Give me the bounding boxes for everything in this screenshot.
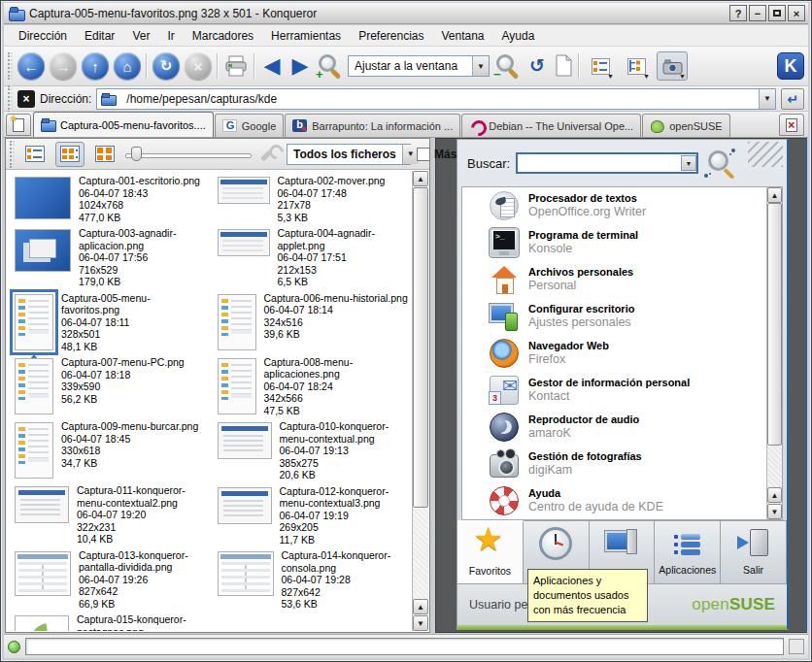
new-window-button[interactable] xyxy=(554,54,573,78)
wrench-icon[interactable] xyxy=(257,143,281,166)
file-list-scrollbar[interactable]: ▲ ▲ ▼ xyxy=(412,171,428,631)
close-tab-button[interactable] xyxy=(779,114,804,136)
maximize-button[interactable] xyxy=(768,5,786,21)
forward-button[interactable]: → xyxy=(50,52,77,80)
file-name: Captura-005-menu-favoritos.png xyxy=(61,292,209,316)
scroll-down-button[interactable]: ▼ xyxy=(413,615,428,631)
file-entry[interactable]: Captura-004-agnadir-applet.png 06-04-07 … xyxy=(215,226,413,289)
file-dimensions: 827x642 xyxy=(282,586,412,599)
file-size: 39,6 KB xyxy=(264,328,408,341)
toolbar-handle[interactable] xyxy=(8,85,13,113)
back-button[interactable]: ← xyxy=(17,52,45,80)
stop-button[interactable]: × xyxy=(185,52,212,80)
browser-tab[interactable]: Captura-005-menu-favoritos.... xyxy=(33,112,214,137)
file-filter-select[interactable]: Todos los ficheros ▼ xyxy=(287,144,411,165)
resize-grip[interactable] xyxy=(789,639,804,654)
toolbar-handle[interactable] xyxy=(8,52,13,80)
menu-item[interactable]: Dirección xyxy=(10,27,76,45)
tab-strip: Captura-005-menu-favoritos.... Google Ba… xyxy=(33,112,731,137)
medium-thumbnails-button[interactable] xyxy=(55,142,85,167)
file-entry[interactable]: Captura-002-mover.png 06-04-07 17:48 217… xyxy=(215,174,413,224)
file-entry[interactable]: Captura-006-menu-historial.png 06-04-07 … xyxy=(215,291,413,353)
icon-view-button[interactable]: ▼ xyxy=(585,51,616,81)
browser-tab[interactable]: openSUSE xyxy=(642,114,729,137)
app-title: Configurar escritorio xyxy=(528,303,634,315)
close-button[interactable]: × xyxy=(788,5,805,21)
reload-button[interactable]: ↻ xyxy=(152,52,180,80)
tab-icon xyxy=(222,119,237,132)
file-entry[interactable]: Captura-008-menu-aplicaciones.png 06-04-… xyxy=(215,355,413,418)
up-button[interactable]: ↑ xyxy=(82,52,109,80)
menu-item[interactable]: Marcadores xyxy=(184,27,262,45)
menu-item[interactable]: Ver xyxy=(123,27,158,45)
tree-view-button[interactable]: ▼ xyxy=(621,51,652,81)
file-entry[interactable]: Captura-012-konqueror-menu-contextual3.p… xyxy=(215,484,413,547)
menu-item[interactable]: Ventana xyxy=(433,27,493,45)
browser-tab[interactable]: Barrapunto: La información ... xyxy=(285,114,460,137)
menu-item[interactable]: Preferencias xyxy=(350,27,432,45)
tree-view-icon xyxy=(627,58,646,75)
menu-search-input: ▼ xyxy=(516,152,698,174)
app-icon xyxy=(490,454,519,478)
tab-label: Captura-005-menu-favoritos.... xyxy=(60,119,206,131)
file-entry[interactable]: Captura-014-konqueror-consola.png 06-04-… xyxy=(215,548,413,612)
toolbar-handle[interactable] xyxy=(10,141,15,168)
small-thumbnails-button[interactable] xyxy=(20,142,50,167)
zoom-out-button[interactable]: − xyxy=(494,53,521,80)
print-button[interactable] xyxy=(223,54,249,78)
file-entry[interactable]: Captura-015-konqueror-pestagnas.png 06-0… xyxy=(12,612,210,631)
scrollbar-thumb[interactable] xyxy=(413,187,428,508)
chevron-down-icon[interactable]: ▼ xyxy=(759,89,775,109)
rotate-button[interactable]: ↺ xyxy=(525,53,549,79)
more-option: Más xyxy=(417,148,457,161)
new-tab-button[interactable] xyxy=(6,114,31,136)
file-entry[interactable]: Captura-005-menu-favoritos.png 06-04-07 … xyxy=(12,291,210,354)
scroll-up-button[interactable]: ▲ xyxy=(413,171,428,186)
menu-item[interactable]: Editar xyxy=(76,27,123,45)
menu-item[interactable]: Ayuda xyxy=(493,27,544,45)
browser-tab[interactable]: Google xyxy=(215,114,284,137)
thumbnail-image xyxy=(218,177,270,204)
scroll-up-button[interactable]: ▲ xyxy=(413,599,428,614)
home-button[interactable]: ⌂ xyxy=(114,52,141,80)
file-date: 06-04-07 18:43 xyxy=(79,187,200,200)
minimize-button[interactable]: − xyxy=(749,5,766,21)
location-input[interactable]: /home/pepesan/capturas/kde ▼ xyxy=(96,88,776,110)
previous-image-button[interactable]: ◀ xyxy=(260,53,284,79)
help-button[interactable]: ? xyxy=(729,5,747,21)
zoom-in-button[interactable]: + xyxy=(317,53,343,80)
app-text: Reproductor de audio amaroK xyxy=(528,414,639,441)
menu-bottom-tab: Salir xyxy=(721,520,787,584)
file-entry[interactable]: Captura-010-konqueror-menu-contextual.pn… xyxy=(215,419,413,482)
menu-app-item: Archivos personales Personal xyxy=(462,261,765,298)
file-dimensions: 827x642 xyxy=(79,585,209,598)
more-checkbox[interactable] xyxy=(417,148,430,161)
photo-view-button[interactable]: ▼ xyxy=(657,51,688,81)
thumbnail-image xyxy=(15,551,71,596)
chevron-down-icon[interactable]: ▼ xyxy=(472,56,489,76)
file-size: 56,2 KB xyxy=(61,393,185,406)
clear-location-button[interactable]: × xyxy=(17,90,35,108)
file-dimensions: 328x501 xyxy=(61,328,209,341)
menu-item[interactable]: Herramientas xyxy=(262,27,350,45)
large-thumbnails-button[interactable] xyxy=(90,142,119,167)
file-entry[interactable]: Captura-011-konqueror-menu-contextual2.p… xyxy=(12,483,210,546)
file-entry[interactable]: Captura-003-agnadir-aplicacion.png 06-04… xyxy=(12,226,210,289)
go-button[interactable]: ↵ xyxy=(781,88,804,110)
file-entry[interactable]: Captura-001-escritorio.png 06-04-07 18:4… xyxy=(12,174,210,224)
next-image-button[interactable]: ▶ xyxy=(288,53,312,79)
scroll-up-button: ▲ xyxy=(767,487,782,503)
file-entry[interactable]: Captura-007-menu-PC.png 06-04-07 18:18 3… xyxy=(12,355,210,417)
browser-tab[interactable]: Debian -- The Universal Ope... xyxy=(461,114,641,137)
zoom-level-select[interactable]: Ajustar a la ventana ▼ xyxy=(348,55,490,77)
file-thumbnail xyxy=(13,549,73,598)
file-name: Captura-014-konqueror-consola.png xyxy=(282,549,412,574)
tooltip: Aplicaciones y documentos usados con más… xyxy=(527,569,648,622)
file-entry[interactable]: Captura-013-konqueror-pantalla-dividida.… xyxy=(12,548,210,612)
file-size: 20,6 KB xyxy=(280,469,412,481)
menu-item[interactable]: Ir xyxy=(158,27,183,45)
thumbnail-size-slider[interactable] xyxy=(125,145,252,164)
file-entry[interactable]: Captura-009-menu-burcar.png 06-04-07 18:… xyxy=(12,419,210,481)
title-bar[interactable]: Captura-005-menu-favoritos.png 328 x 501… xyxy=(4,3,808,24)
slider-thumb[interactable] xyxy=(131,147,142,161)
